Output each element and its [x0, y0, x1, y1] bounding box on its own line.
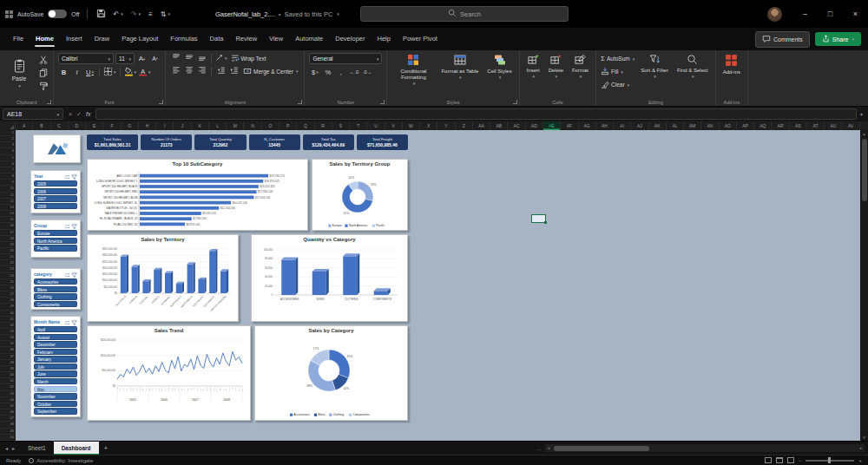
undo-button[interactable]: ↶▾: [112, 10, 125, 19]
column-header-U[interactable]: U: [367, 121, 385, 130]
app-launcher-icon[interactable]: [5, 10, 13, 18]
sheet-tab-dashboard[interactable]: Dashboard: [54, 442, 99, 455]
formula-input[interactable]: [95, 108, 857, 120]
increase-font-button[interactable]: A▴: [136, 54, 148, 64]
scroll-right-icon[interactable]: ▸: [858, 444, 865, 452]
slicer-item-2008[interactable]: 2008: [34, 203, 77, 209]
page-break-view-icon[interactable]: [787, 457, 794, 463]
decrease-indent-button[interactable]: [215, 66, 227, 76]
column-header-AO[interactable]: AO: [720, 121, 737, 130]
minimize-button[interactable]: –: [792, 0, 818, 28]
fill-handle[interactable]: [544, 221, 547, 224]
column-header-AU[interactable]: AU: [825, 121, 842, 130]
search-input[interactable]: Search: [360, 6, 569, 22]
quick-menu-button[interactable]: ≡: [147, 10, 155, 19]
increase-indent-button[interactable]: [228, 66, 240, 76]
scroll-up-icon[interactable]: ▴: [860, 130, 868, 137]
column-header-AH[interactable]: AH: [596, 121, 614, 130]
delete-cells-button[interactable]: Delete ▾: [546, 53, 566, 81]
align-left-button[interactable]: [170, 66, 181, 76]
scroll-down-icon[interactable]: ▾: [860, 434, 868, 441]
clear-filter-icon[interactable]: [71, 218, 77, 233]
close-button[interactable]: ×: [843, 0, 868, 28]
font-color-button[interactable]: A▾: [138, 67, 151, 77]
slicer-item-august[interactable]: August: [34, 334, 77, 340]
quick-sort-button[interactable]: ⇅▾: [159, 10, 172, 19]
slicer-item-october[interactable]: October: [34, 401, 77, 407]
column-header-AD[interactable]: AD: [526, 121, 543, 130]
column-header-O[interactable]: O: [262, 121, 279, 130]
vertical-scroll-thumb[interactable]: [862, 139, 867, 201]
column-header-AE[interactable]: AE: [543, 121, 561, 130]
column-header-L[interactable]: L: [209, 121, 227, 130]
decrease-font-button[interactable]: A▾: [149, 54, 161, 64]
bold-button[interactable]: B: [58, 67, 69, 77]
formula-bar-expand-icon[interactable]: ▾: [860, 111, 868, 117]
sheet-nav-right-icon[interactable]: ▸: [12, 445, 15, 451]
clear-button[interactable]: Clear▾: [601, 79, 635, 90]
chart-sales-territory[interactable]: Sales by Territory$0$50,000,000$100,000,…: [87, 234, 239, 322]
cut-button[interactable]: [37, 56, 49, 66]
tab-help[interactable]: Help: [371, 29, 396, 49]
align-center-button[interactable]: [183, 66, 194, 76]
column-header-AP[interactable]: AP: [737, 121, 754, 130]
multi-select-icon[interactable]: [64, 266, 70, 282]
slicer-item-may[interactable]: May: [34, 386, 77, 392]
more-sheets-icon[interactable]: …: [536, 446, 542, 451]
slicer-item-february[interactable]: February: [34, 349, 77, 355]
column-header-AG[interactable]: AG: [579, 121, 596, 130]
number-format-select[interactable]: General▾: [309, 53, 382, 64]
column-header-AT[interactable]: AT: [807, 121, 825, 130]
column-header-J[interactable]: J: [174, 121, 191, 130]
column-header-A[interactable]: A: [16, 121, 33, 130]
clear-filter-icon[interactable]: [71, 168, 77, 184]
name-box[interactable]: AE18▾: [3, 108, 63, 120]
slicer-item-december[interactable]: December: [34, 341, 77, 347]
enter-button[interactable]: ✓: [76, 111, 82, 118]
tab-review[interactable]: Review: [229, 29, 263, 49]
tab-view[interactable]: View: [263, 29, 289, 49]
italic-button[interactable]: I: [71, 67, 82, 77]
column-header-N[interactable]: N: [244, 121, 261, 130]
column-header-K[interactable]: K: [192, 121, 209, 130]
column-header-I[interactable]: I: [156, 121, 174, 130]
slicer-item-2006[interactable]: 2006: [34, 188, 77, 194]
column-header-F[interactable]: F: [103, 121, 121, 130]
slicer-item-november[interactable]: November: [34, 393, 77, 399]
column-header-H[interactable]: H: [139, 121, 156, 130]
paste-button[interactable]: Paste ▾: [4, 53, 34, 92]
column-header-Y[interactable]: Y: [437, 121, 455, 130]
column-header-Z[interactable]: Z: [456, 121, 473, 130]
chart-qty-category[interactable]: Quantity vs Category020,00040,00060,0008…: [251, 234, 408, 322]
sheet-tab-sheet1[interactable]: Sheet1: [20, 442, 54, 455]
column-header-E[interactable]: E: [86, 121, 103, 130]
format-cells-button[interactable]: Format ▾: [569, 53, 591, 81]
sort-filter-button[interactable]: Sort & Filter ▾: [638, 53, 671, 90]
tab-automate[interactable]: Automate: [289, 29, 329, 49]
accessibility-status[interactable]: Accessibility: Investigate: [29, 458, 93, 463]
column-header-AI[interactable]: AI: [614, 121, 631, 130]
cell-styles-button[interactable]: Cell Styles ▾: [484, 53, 514, 87]
tab-data[interactable]: Data: [204, 29, 230, 49]
tab-power-pivot[interactable]: Power Pivot: [397, 29, 444, 49]
add-sheet-button[interactable]: +: [99, 444, 114, 452]
tab-formulas[interactable]: Formulas: [164, 29, 203, 49]
slicer-item-components[interactable]: Components: [34, 301, 77, 307]
align-middle-button[interactable]: [183, 53, 194, 63]
slicer-item-north-america[interactable]: North America: [34, 238, 77, 244]
column-header-AK[interactable]: AK: [649, 121, 667, 130]
increase-decimal-button[interactable]: ←.0: [348, 67, 359, 77]
normal-view-icon[interactable]: [765, 457, 772, 463]
chart-sales-category[interactable]: Sales by Category31%14%38%17%Accessories…: [254, 325, 408, 421]
column-header-X[interactable]: X: [420, 121, 437, 130]
multi-select-icon[interactable]: [64, 314, 70, 330]
cancel-button[interactable]: ×: [69, 111, 72, 117]
save-button[interactable]: [95, 8, 108, 21]
column-header-W[interactable]: W: [403, 121, 420, 130]
font-size-select[interactable]: 11▾: [115, 53, 135, 64]
copy-button[interactable]: [37, 69, 49, 79]
column-header-AA[interactable]: AA: [473, 121, 490, 130]
column-header-AC[interactable]: AC: [508, 121, 525, 130]
underline-button[interactable]: U▾: [84, 67, 95, 77]
column-header-C[interactable]: C: [51, 121, 69, 130]
